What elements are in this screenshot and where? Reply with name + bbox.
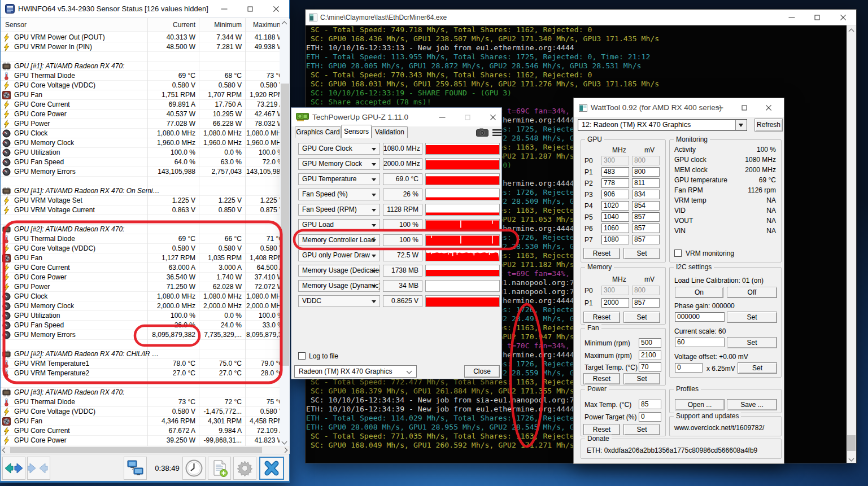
sensor-select[interactable]: GPU Core Clock (298, 143, 380, 155)
camera-icon[interactable] (476, 128, 490, 137)
hwinfo-hscroll-thumb[interactable] (10, 447, 262, 453)
restore-panels-button[interactable] (27, 457, 50, 480)
hwinfo-maximize-button[interactable] (242, 0, 259, 17)
sensor-row[interactable]: GPU Thermal Diode69 °C68 °C73 °C (1, 71, 289, 81)
pstate-mv-input[interactable]: 857 (632, 224, 660, 233)
console-close-button[interactable] (834, 10, 853, 25)
pstate-mv-input[interactable]: 857 (632, 212, 660, 222)
profile-save-button[interactable]: Save ... (727, 399, 777, 410)
sensor-row[interactable]: GPU Memory Clock1,960.0 MHz1,960.0 MHz1,… (1, 138, 289, 148)
pstate-mhz-input[interactable]: 778 (601, 178, 629, 188)
memory-set-button[interactable]: Set (623, 312, 660, 323)
clock-button[interactable] (182, 457, 206, 480)
console-scroll-thumb[interactable] (847, 435, 856, 451)
pstate-mv-input[interactable]: 834 (632, 190, 660, 199)
hwinfo-column-header[interactable]: Sensor Current Minimum Maximum (1, 17, 289, 32)
log-to-file-checkbox[interactable] (298, 352, 306, 360)
gpuz-minimize-button[interactable] (434, 108, 451, 126)
sensor-row[interactable]: GPU VRM Power Out (POUT)40.313 W7.344 W4… (1, 33, 289, 42)
sensor-row[interactable]: GPU VRM Voltage Set1.225 V1.225 V1.225 V (1, 196, 289, 205)
sensor-row[interactable]: GPU Memory Errors143,105,9882,757,043143… (1, 167, 289, 177)
scroll-up-icon[interactable] (282, 21, 287, 27)
gpuz-close-dialog-button[interactable]: Close (464, 365, 500, 378)
pstate-mv-input[interactable]: 857 (632, 298, 660, 308)
gpuz-maximize-button[interactable] (459, 108, 476, 126)
remote-sensors-button[interactable] (124, 457, 147, 480)
sensor-row[interactable]: GPU Core Current67.672 A9.984 A72.109 A (1, 426, 289, 436)
console-maximize-button[interactable] (808, 10, 827, 25)
watttool-minimize-button[interactable] (712, 98, 729, 117)
column-current[interactable]: Current (147, 21, 195, 29)
sensor-row[interactable]: GPU Core Voltage (VDDC)0.580 V-1,475,772… (1, 407, 289, 417)
sensor-row[interactable]: GPU Core Power39.250 W-99,868,31...41.82… (1, 436, 289, 445)
sensor-row[interactable]: GPU Clock1,080.0 MHz1,080.0 MHz1,080.0 M… (1, 129, 289, 138)
sensor-select[interactable]: GPU only Power Draw (298, 249, 380, 261)
column-minimum[interactable]: Minimum (199, 21, 242, 29)
quit-button[interactable] (259, 457, 284, 480)
gpuz-titlebar[interactable]: TechPowerUp GPU-Z 1.11.0 (291, 108, 501, 126)
hwinfo-minimize-button[interactable] (216, 0, 233, 17)
power-reset-button[interactable]: Reset (583, 424, 620, 435)
scroll-left-icon[interactable] (2, 448, 8, 453)
hwinfo-vscrollbar[interactable] (280, 19, 290, 446)
phase-gain-set-button[interactable]: Set (727, 312, 777, 323)
column-sensor[interactable]: Sensor (5, 21, 27, 29)
console-scrollbar[interactable] (847, 25, 856, 463)
power-set-button[interactable]: Set (623, 424, 660, 435)
phase-gain-input[interactable]: 000000 (675, 312, 725, 322)
gpu-set-button[interactable]: Set (623, 248, 660, 259)
scroll-down-icon[interactable] (849, 456, 854, 462)
sensor-group-row[interactable]: GPU [#2]: ATI/AMD Radeon RX 470: (1, 225, 289, 234)
power-setting-input[interactable]: 0 (639, 412, 661, 422)
sensor-row[interactable]: GPU Core Voltage (VDDC)0.580 V0.580 V0.5… (1, 244, 289, 253)
sensor-row[interactable]: GPU Thermal Diode69 °C66 °C71 °C (1, 234, 289, 244)
pstate-mhz-input[interactable]: 906 (601, 190, 629, 199)
fan-setting-input[interactable]: 2100 (639, 351, 661, 360)
sensor-row[interactable]: GPU Thermal Diode73 °C72 °C75 °C (1, 397, 289, 407)
sensor-select[interactable]: VDDC (298, 295, 380, 307)
sensor-row[interactable]: GPU Utilization100.0 %0.0 %100.0 % (1, 148, 289, 157)
sensor-row[interactable]: GPU Memory Clock2,000.0 MHz2,000.0 MHz2,… (1, 301, 289, 311)
report-button[interactable] (208, 457, 231, 480)
vrm-monitoring-checkbox[interactable] (674, 249, 682, 257)
tab-validation[interactable]: Validation (372, 126, 408, 138)
sensor-row[interactable]: GPU Fan Speed26.0 %24.0 %33.0 % (1, 321, 289, 330)
fan-setting-input[interactable]: 70 (639, 362, 661, 372)
current-scale-input[interactable]: 60 (675, 338, 725, 347)
sensor-group-row[interactable]: GPU [#1]: ATI/AMD Radeon RX 470: (1, 62, 289, 71)
memory-reset-button[interactable]: Reset (583, 312, 620, 323)
sensor-row[interactable]: GPU VRM Temperature227.0 °C27.0 °C28.0 °… (1, 369, 289, 378)
sensor-select[interactable]: GPU Temperature (298, 173, 380, 185)
sensor-row[interactable]: GPU VRM Power In (PIN)48.500 W7.281 W49.… (1, 42, 289, 52)
watttool-titlebar[interactable]: WattTool 0.92 (for AMD RX 400 series) (574, 98, 784, 117)
column-maximum[interactable]: Maximum (245, 21, 283, 29)
sensor-select[interactable]: Fan Speed (%) (298, 189, 380, 200)
sensor-row[interactable]: GPU Fan4,346 RPM4,301 RPM4,458 RPM (1, 417, 289, 426)
sensor-select[interactable]: Fan Speed (RPM) (298, 204, 380, 216)
llc-off-button[interactable]: Off (727, 287, 777, 298)
pstate-mv-input[interactable]: 854 (632, 201, 660, 211)
scroll-up-icon[interactable] (849, 29, 854, 34)
pstate-mhz-input[interactable]: 1080 (601, 235, 629, 244)
settings-button[interactable] (233, 457, 256, 480)
power-setting-input[interactable]: 85 (639, 400, 661, 409)
scroll-right-icon[interactable] (282, 448, 288, 453)
swap-panels-button[interactable] (2, 457, 25, 480)
console-minimize-button[interactable] (782, 10, 801, 25)
watttool-device-select[interactable]: 12: Radeon (TM) RX 470 Graphics (578, 119, 747, 131)
sensor-row[interactable]: GPU VRM Temperature178.0 °C75.0 °C79.0 °… (1, 359, 289, 369)
sensor-select[interactable]: GPU Memory Clock (298, 158, 380, 170)
console-titlebar[interactable]: C:\mine\Claymore\last\EthDcrMiner64.exe (306, 10, 856, 25)
watttool-close-button[interactable] (760, 98, 777, 117)
llc-on-button[interactable]: On (675, 287, 723, 298)
scroll-down-icon[interactable] (282, 439, 287, 445)
sensor-row[interactable]: GPU Clock1,080.0 MHz1,080.0 MHz1,080.0 M… (1, 292, 289, 301)
pstate-mhz-input[interactable]: 483 (601, 167, 629, 177)
sensor-select[interactable]: Memory Usage (Dedicated) (298, 265, 380, 277)
sensor-group-row[interactable]: GPU [#1]: ATI/AMD Radeon RX 470: On Semi… (1, 186, 289, 196)
pstate-mv-input[interactable]: 857 (632, 235, 660, 244)
voltage-offset-set-button[interactable]: Set (738, 362, 777, 374)
pstate-mhz-input[interactable]: 1060 (601, 224, 629, 233)
sensor-row[interactable]: GPU Core Power40.537 W10.295 W42.467 W (1, 110, 289, 119)
hwinfo-close-button[interactable] (268, 0, 285, 17)
